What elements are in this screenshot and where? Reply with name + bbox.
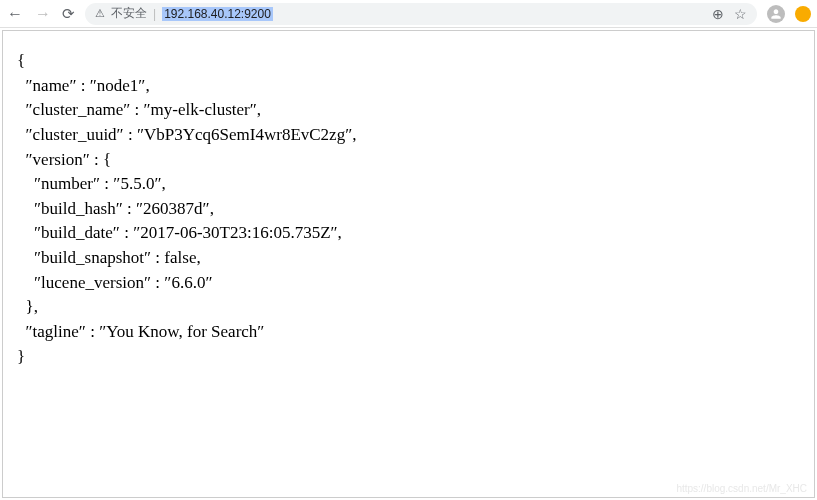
json-build-hash: 260387d: [143, 199, 203, 218]
zoom-icon[interactable]: ⊕: [712, 6, 724, 22]
reload-button[interactable]: ⟳: [62, 5, 75, 23]
json-cluster-name: my-elk-cluster: [151, 100, 250, 119]
json-build-snapshot: false: [164, 248, 196, 267]
json-lucene-version: 6.6.0: [171, 273, 205, 292]
watermark-text: https://blog.csdn.net/Mr_XHC: [676, 483, 807, 494]
address-divider: |: [153, 7, 156, 21]
json-tagline: You Know, for Search: [106, 322, 257, 341]
address-bar[interactable]: ⚠ 不安全 | 192.168.40.12:9200 ⊕ ☆: [85, 3, 757, 25]
forward-button[interactable]: →: [34, 5, 52, 23]
json-cluster-uuid: VbP3Ycq6SemI4wr8EvC2zg: [144, 125, 345, 144]
json-version-number: 5.5.0: [120, 174, 154, 193]
json-build-date: 2017-06-30T23:16:05.735Z: [140, 223, 330, 242]
bookmark-icon[interactable]: ☆: [734, 6, 747, 22]
browser-toolbar: ← → ⟳ ⚠ 不安全 | 192.168.40.12:9200 ⊕ ☆: [0, 0, 817, 28]
insecure-label: 不安全: [111, 5, 147, 22]
address-bar-actions: ⊕ ☆: [712, 6, 747, 22]
insecure-icon: ⚠: [95, 7, 105, 20]
notification-badge[interactable]: [795, 6, 811, 22]
url-text: 192.168.40.12:9200: [162, 7, 273, 21]
response-body: { ″name″ : ″node1″, ″cluster_name″ : ″my…: [2, 30, 815, 498]
profile-avatar[interactable]: [767, 5, 785, 23]
back-button[interactable]: ←: [6, 5, 24, 23]
json-name: node1: [97, 76, 139, 95]
